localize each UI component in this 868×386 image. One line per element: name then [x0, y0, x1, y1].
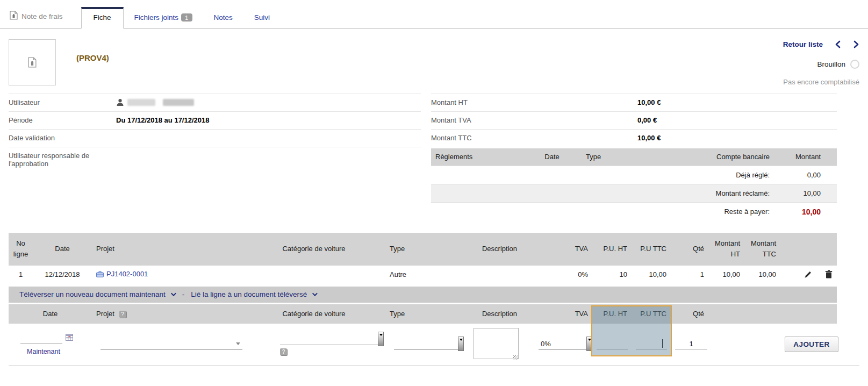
- col-header-tva: TVA: [533, 233, 592, 266]
- type-select[interactable]: [394, 338, 464, 350]
- payments-header-compte: Compte bancaire: [684, 148, 774, 166]
- add-header-type: Type: [385, 304, 466, 324]
- module-context: Note de frais: [9, 11, 68, 28]
- amount-ttc-label: Montant TTC: [431, 134, 637, 142]
- details-right: Montant HT 10,00 € Montant TVA 0,00 € Mo…: [431, 94, 837, 221]
- add-line-table: Date Projet ? Catégorie de voiture Type …: [9, 304, 837, 365]
- tab-fichiers-joints[interactable]: Fichiers joints1: [124, 8, 203, 28]
- select-arrow-icon: [586, 337, 592, 351]
- line-qte: 1: [671, 266, 708, 283]
- chevron-down-icon[interactable]: [171, 291, 176, 296]
- payments-header-montant: Montant: [774, 148, 837, 166]
- payments-header-type: Type: [582, 148, 684, 166]
- add-line-button[interactable]: AJOUTER: [785, 337, 838, 352]
- remaining-to-pay-label: Reste à payer:: [431, 202, 774, 221]
- resize-grip[interactable]: [513, 355, 518, 360]
- user-silhouette-icon: [116, 98, 124, 106]
- user-label: Utilisateur: [9, 98, 116, 106]
- line-categorie: [242, 266, 385, 283]
- tab-bar: Note de frais Fiche Fichiers joints1 Not…: [0, 0, 868, 28]
- tab-fichiers-joints-label: Fichiers joints: [134, 13, 179, 22]
- help-icon[interactable]: ?: [280, 348, 287, 355]
- table-row: 1 12/12/2018 PJ1402-0001 Autre 0% 10 10,…: [9, 266, 837, 283]
- project-select[interactable]: [101, 338, 242, 350]
- select-arrow-icon: [378, 332, 384, 346]
- document-upload-band: Téléverser un nouveau document maintenan…: [9, 287, 837, 303]
- trash-icon[interactable]: [825, 270, 833, 278]
- help-icon[interactable]: ?: [119, 311, 126, 318]
- period-value: Du 17/12/2018 au 17/12/2018: [116, 116, 209, 124]
- col-header-qte: Qté: [671, 233, 708, 266]
- add-header-qte: Qté: [671, 304, 708, 324]
- col-header-pu-ttc: P.U TTC: [632, 233, 671, 266]
- pencil-icon[interactable]: [804, 270, 812, 278]
- text-cursor: [662, 339, 663, 348]
- line-date: 12/12/2018: [33, 266, 92, 283]
- banner-right: Retour liste Brouillon Pas encore compta…: [783, 39, 859, 86]
- amount-ttc-value: 10,00 €: [637, 134, 661, 142]
- period-label: Période: [9, 116, 116, 124]
- tab-suivi[interactable]: Suivi: [243, 8, 281, 28]
- claimed-amount-value: 10,00: [774, 184, 837, 202]
- col-header-no-ligne: No ligne: [9, 233, 33, 266]
- project-link[interactable]: PJ1402-0001: [106, 270, 148, 278]
- col-header-montant-ht: Montant HT: [708, 233, 744, 266]
- chevron-down-icon: [236, 342, 240, 345]
- document-icon: [28, 57, 37, 68]
- upload-new-document-toggle[interactable]: Téléverser un nouveau document maintenan…: [19, 290, 166, 298]
- status-label: Brouillon: [817, 60, 845, 68]
- briefcase-icon: [96, 271, 104, 279]
- line-pu-ttc: 10,00: [632, 266, 671, 283]
- line-pu-ht: 10: [592, 266, 632, 283]
- module-context-label: Note de frais: [21, 12, 63, 20]
- vat-select[interactable]: 0%: [539, 338, 592, 350]
- calendar-icon[interactable]: [66, 334, 73, 341]
- details-left: Utilisateur Période Du 17/12/2018 au 17/…: [9, 94, 421, 221]
- expense-report-icon: [10, 11, 18, 22]
- accounting-status: Pas encore comptabilisé: [783, 78, 859, 86]
- quantity-input[interactable]: [675, 339, 707, 349]
- band-separator: -: [182, 290, 185, 298]
- payments-table: Règlements Date Type Compte bancaire Mon…: [431, 148, 837, 221]
- amount-tva-label: Montant TVA: [431, 116, 637, 124]
- date-input[interactable]: [20, 333, 62, 344]
- line-montant-ttc: 10,00: [744, 266, 780, 283]
- description-textarea[interactable]: [474, 328, 519, 359]
- vat-select-value: 0%: [541, 340, 551, 348]
- tab-fiche[interactable]: Fiche: [81, 7, 124, 28]
- record-photo-placeholder[interactable]: [9, 39, 56, 85]
- col-header-description: Description: [466, 233, 533, 266]
- line-description: [466, 266, 533, 283]
- line-tva: 0%: [533, 266, 592, 283]
- now-link[interactable]: Maintenant: [20, 348, 67, 355]
- add-header-projet: Projet ?: [92, 304, 242, 324]
- car-category-select[interactable]: [280, 333, 384, 345]
- add-header-pu-ttc: P.U TTC: [632, 304, 671, 324]
- line-montant-ht: 10,00: [708, 266, 744, 283]
- tab-notes[interactable]: Notes: [203, 8, 243, 28]
- record-reference: (PROV4): [76, 53, 109, 86]
- col-header-montant-ttc: Montant TTC: [744, 233, 780, 266]
- unit-price-ht-input[interactable]: [597, 339, 628, 349]
- payments-header-reglements: Règlements: [431, 148, 522, 166]
- add-header-description: Description: [466, 304, 533, 324]
- already-paid-value: 0,00: [774, 166, 837, 184]
- add-header-categorie: Catégorie de voiture: [242, 304, 385, 324]
- add-header-projet-label: Projet: [96, 310, 114, 318]
- amount-tva-value: 0,00 €: [637, 116, 657, 124]
- chevron-down-icon[interactable]: [312, 291, 318, 296]
- link-existing-document-toggle[interactable]: Lié la ligne à un document téléversé: [191, 290, 307, 298]
- back-to-list-link[interactable]: Retour liste: [783, 40, 823, 48]
- line-no: 1: [9, 266, 33, 283]
- payments-header-date: Date: [522, 148, 582, 166]
- draft-status-icon: [850, 60, 859, 69]
- chevron-right-icon[interactable]: [853, 40, 859, 48]
- attachments-count-badge: 1: [181, 13, 192, 22]
- add-header-date: Date: [9, 304, 92, 324]
- details-columns: Utilisateur Période Du 17/12/2018 au 17/…: [0, 94, 868, 221]
- col-header-categorie: Catégorie de voiture: [242, 233, 385, 266]
- expense-lines-section: No ligne Date Projet Catégorie de voitur…: [0, 233, 868, 283]
- chevron-left-icon[interactable]: [835, 40, 841, 48]
- record-banner: (PROV4) Retour liste Brouillon Pas encor…: [0, 28, 868, 91]
- redacted-user-name: [163, 99, 194, 106]
